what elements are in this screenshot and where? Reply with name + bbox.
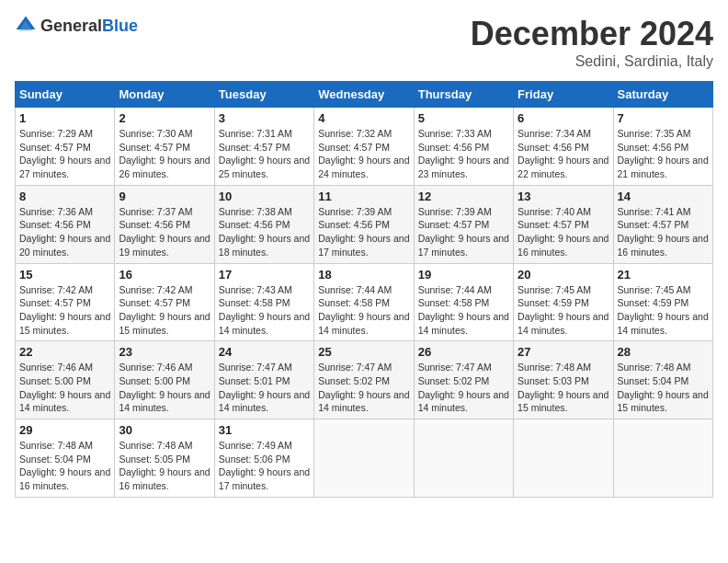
day-number: 28: [618, 345, 709, 359]
calendar-cell: 15Sunrise: 7:42 AMSunset: 4:57 PMDayligh…: [16, 263, 115, 341]
calendar-cell: 26Sunrise: 7:47 AMSunset: 5:02 PMDayligh…: [414, 341, 513, 419]
calendar-header: SundayMondayTuesdayWednesdayThursdayFrid…: [16, 82, 713, 108]
day-info: Sunrise: 7:36 AMSunset: 4:56 PMDaylight:…: [19, 205, 110, 259]
day-info: Sunrise: 7:48 AMSunset: 5:05 PMDaylight:…: [119, 439, 210, 493]
day-number: 2: [119, 111, 210, 125]
day-info: Sunrise: 7:48 AMSunset: 5:04 PMDaylight:…: [19, 439, 110, 493]
calendar-cell: 8Sunrise: 7:36 AMSunset: 4:56 PMDaylight…: [16, 185, 115, 263]
logo-icon: [15, 15, 37, 37]
calendar-week-row: 1Sunrise: 7:29 AMSunset: 4:57 PMDaylight…: [16, 108, 713, 186]
day-info: Sunrise: 7:32 AMSunset: 4:57 PMDaylight:…: [318, 127, 409, 181]
day-number: 15: [19, 268, 110, 282]
day-of-week-header: Sunday: [16, 82, 115, 108]
day-number: 16: [119, 268, 210, 282]
calendar-cell: 4Sunrise: 7:32 AMSunset: 4:57 PMDaylight…: [314, 108, 414, 186]
day-number: 1: [19, 111, 110, 125]
day-info: Sunrise: 7:40 AMSunset: 4:57 PMDaylight:…: [518, 205, 609, 259]
day-number: 10: [219, 190, 310, 203]
calendar-week-row: 8Sunrise: 7:36 AMSunset: 4:56 PMDaylight…: [16, 185, 713, 263]
day-info: Sunrise: 7:43 AMSunset: 4:58 PMDaylight:…: [219, 283, 310, 338]
day-info: Sunrise: 7:44 AMSunset: 4:58 PMDaylight:…: [418, 283, 509, 338]
calendar-cell: 20Sunrise: 7:45 AMSunset: 4:59 PMDayligh…: [514, 263, 613, 341]
logo: GeneralBlue: [15, 15, 138, 37]
day-info: Sunrise: 7:42 AMSunset: 4:57 PMDaylight:…: [19, 283, 110, 338]
day-number: 23: [119, 345, 210, 359]
day-number: 17: [219, 268, 310, 282]
day-number: 7: [618, 111, 709, 125]
month-title: December 2024: [471, 15, 713, 53]
day-info: Sunrise: 7:35 AMSunset: 4:56 PMDaylight:…: [618, 127, 709, 181]
day-info: Sunrise: 7:46 AMSunset: 5:00 PMDaylight:…: [119, 361, 210, 415]
calendar-body: 1Sunrise: 7:29 AMSunset: 4:57 PMDaylight…: [16, 108, 713, 498]
day-info: Sunrise: 7:39 AMSunset: 4:57 PMDaylight:…: [418, 205, 509, 259]
day-number: 18: [318, 268, 409, 282]
day-info: Sunrise: 7:47 AMSunset: 5:01 PMDaylight:…: [219, 361, 310, 415]
day-number: 14: [618, 190, 709, 203]
day-info: Sunrise: 7:45 AMSunset: 4:59 PMDaylight:…: [618, 283, 709, 338]
calendar-cell: 9Sunrise: 7:37 AMSunset: 4:56 PMDaylight…: [115, 185, 214, 263]
day-number: 24: [219, 345, 310, 359]
calendar-cell: 14Sunrise: 7:41 AMSunset: 4:57 PMDayligh…: [613, 185, 712, 263]
calendar-cell: 30Sunrise: 7:48 AMSunset: 5:05 PMDayligh…: [115, 419, 214, 498]
day-info: Sunrise: 7:34 AMSunset: 4:56 PMDaylight:…: [518, 127, 609, 181]
calendar-cell: 1Sunrise: 7:29 AMSunset: 4:57 PMDaylight…: [16, 108, 115, 186]
day-of-week-header: Thursday: [414, 82, 513, 108]
day-info: Sunrise: 7:47 AMSunset: 5:02 PMDaylight:…: [318, 361, 409, 415]
page-header: GeneralBlue December 2024 Sedini, Sardin…: [15, 15, 713, 70]
calendar-cell: 11Sunrise: 7:39 AMSunset: 4:56 PMDayligh…: [314, 185, 414, 263]
day-of-week-header: Monday: [115, 82, 214, 108]
calendar-cell: 16Sunrise: 7:42 AMSunset: 4:57 PMDayligh…: [115, 263, 214, 341]
calendar-cell: 3Sunrise: 7:31 AMSunset: 4:57 PMDaylight…: [214, 108, 313, 186]
day-info: Sunrise: 7:42 AMSunset: 4:57 PMDaylight:…: [119, 283, 210, 338]
day-info: Sunrise: 7:31 AMSunset: 4:57 PMDaylight:…: [219, 127, 310, 181]
day-info: Sunrise: 7:49 AMSunset: 5:06 PMDaylight:…: [219, 439, 310, 493]
day-number: 25: [318, 345, 409, 359]
day-number: 3: [219, 111, 310, 125]
day-number: 21: [618, 268, 709, 282]
day-info: Sunrise: 7:33 AMSunset: 4:56 PMDaylight:…: [418, 127, 509, 181]
day-info: Sunrise: 7:44 AMSunset: 4:58 PMDaylight:…: [318, 283, 409, 338]
day-info: Sunrise: 7:48 AMSunset: 5:04 PMDaylight:…: [618, 361, 709, 415]
calendar-cell: 28Sunrise: 7:48 AMSunset: 5:04 PMDayligh…: [613, 341, 712, 419]
day-of-week-header: Wednesday: [314, 82, 414, 108]
day-info: Sunrise: 7:30 AMSunset: 4:57 PMDaylight:…: [119, 127, 210, 181]
calendar-table: SundayMondayTuesdayWednesdayThursdayFrid…: [15, 81, 713, 498]
day-number: 30: [119, 423, 210, 437]
calendar-cell: 27Sunrise: 7:48 AMSunset: 5:03 PMDayligh…: [514, 341, 613, 419]
day-of-week-header: Saturday: [613, 82, 712, 108]
calendar-cell: 24Sunrise: 7:47 AMSunset: 5:01 PMDayligh…: [214, 341, 313, 419]
calendar-cell: 2Sunrise: 7:30 AMSunset: 4:57 PMDaylight…: [115, 108, 214, 186]
day-of-week-header: Tuesday: [214, 82, 313, 108]
day-number: 8: [19, 190, 110, 203]
calendar-cell: 31Sunrise: 7:49 AMSunset: 5:06 PMDayligh…: [214, 419, 313, 498]
calendar-cell: 6Sunrise: 7:34 AMSunset: 4:56 PMDaylight…: [514, 108, 613, 186]
calendar-cell: 29Sunrise: 7:48 AMSunset: 5:04 PMDayligh…: [16, 419, 115, 498]
day-number: 9: [119, 190, 210, 203]
calendar-week-row: 15Sunrise: 7:42 AMSunset: 4:57 PMDayligh…: [16, 263, 713, 341]
day-number: 5: [418, 111, 509, 125]
day-info: Sunrise: 7:45 AMSunset: 4:59 PMDaylight:…: [518, 283, 609, 338]
day-info: Sunrise: 7:37 AMSunset: 4:56 PMDaylight:…: [119, 205, 210, 259]
day-number: 12: [418, 190, 509, 203]
logo-text: GeneralBlue: [40, 17, 138, 36]
day-number: 13: [518, 190, 609, 203]
calendar-cell: [314, 419, 414, 498]
calendar-cell: 13Sunrise: 7:40 AMSunset: 4:57 PMDayligh…: [514, 185, 613, 263]
day-number: 4: [318, 111, 409, 125]
calendar-cell: [514, 419, 613, 498]
calendar-cell: 12Sunrise: 7:39 AMSunset: 4:57 PMDayligh…: [414, 185, 513, 263]
day-info: Sunrise: 7:48 AMSunset: 5:03 PMDaylight:…: [518, 361, 609, 415]
calendar-cell: 25Sunrise: 7:47 AMSunset: 5:02 PMDayligh…: [314, 341, 414, 419]
day-number: 29: [19, 423, 110, 437]
calendar-cell: 10Sunrise: 7:38 AMSunset: 4:56 PMDayligh…: [214, 185, 313, 263]
day-number: 27: [518, 345, 609, 359]
calendar-cell: 23Sunrise: 7:46 AMSunset: 5:00 PMDayligh…: [115, 341, 214, 419]
calendar-cell: [613, 419, 712, 498]
day-number: 22: [19, 345, 110, 359]
day-number: 19: [418, 268, 509, 282]
day-number: 6: [518, 111, 609, 125]
day-number: 20: [518, 268, 609, 282]
calendar-cell: 21Sunrise: 7:45 AMSunset: 4:59 PMDayligh…: [613, 263, 712, 341]
day-number: 11: [318, 190, 409, 203]
calendar-cell: 22Sunrise: 7:46 AMSunset: 5:00 PMDayligh…: [16, 341, 115, 419]
